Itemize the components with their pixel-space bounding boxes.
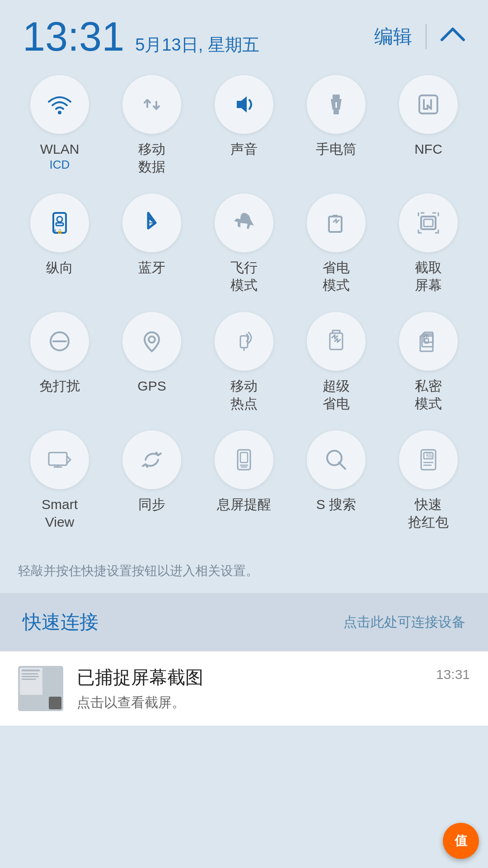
qs-smart-view[interactable]: SmartView [21, 430, 98, 531]
svg-rect-49 [20, 668, 42, 695]
hotspot-icon [230, 328, 258, 355]
sync-icon [138, 446, 165, 473]
quick-connect-title: 快速连接 [23, 609, 99, 635]
svg-marker-1 [237, 96, 247, 113]
red-packet-icon: 福 [415, 446, 442, 473]
qs-gps-label: GPS [137, 377, 166, 395]
edit-button[interactable]: 编辑 [374, 24, 412, 49]
nfc-icon [415, 91, 442, 118]
qs-flashlight[interactable]: 手电筒 [298, 75, 375, 175]
qs-power-save-label: 省电模式 [323, 259, 350, 294]
app-badge: 值 [443, 823, 479, 859]
qs-red-packet-circle: 福 [399, 430, 458, 489]
status-bar: 13:31 5月13日, 星期五 编辑 [0, 0, 488, 66]
svg-rect-3 [333, 110, 339, 114]
qs-s-search-circle [307, 430, 366, 489]
svg-rect-8 [56, 223, 63, 226]
airplane-icon [230, 209, 258, 236]
private-icon [415, 328, 442, 355]
collapse-button[interactable] [440, 25, 465, 48]
gps-icon [138, 328, 165, 355]
qs-bluetooth[interactable]: 蓝牙 [113, 193, 190, 294]
qs-red-packet[interactable]: 福 快速抢红包 [390, 430, 467, 531]
app-badge-text: 值 [455, 832, 467, 849]
qs-dnd[interactable]: 免打扰 [21, 312, 98, 412]
qs-sync-label: 同步 [138, 495, 165, 513]
thumbnail-svg [18, 666, 63, 711]
dnd-icon [46, 328, 73, 355]
svg-rect-2 [333, 94, 340, 99]
svg-rect-52 [22, 676, 39, 677]
divider [426, 24, 427, 49]
qs-nfc[interactable]: NFC [390, 75, 467, 175]
qs-bluetooth-circle [122, 193, 181, 252]
qs-hotspot-label: 移动热点 [230, 377, 258, 412]
qs-airplane[interactable]: 飞行模式 [206, 193, 282, 294]
svg-text:🔒: 🔒 [57, 228, 63, 234]
qs-screenshot-label: 截取屏幕 [415, 259, 442, 294]
qs-bluetooth-label: 蓝牙 [138, 259, 165, 276]
qs-dnd-label: 免打扰 [39, 377, 80, 395]
sound-icon [230, 91, 258, 118]
qs-mobile-data-label: 移动数据 [138, 140, 165, 175]
qs-row-3: 免打扰 GPS 移动热点 [14, 312, 474, 412]
svg-rect-55 [51, 698, 60, 708]
svg-rect-12 [333, 215, 338, 217]
qs-private-label: 私密模式 [415, 377, 442, 412]
qs-flashlight-label: 手电筒 [316, 140, 357, 158]
qs-ultra-save[interactable]: 超级省电 [298, 312, 375, 412]
qs-airplane-label: 飞行模式 [230, 259, 258, 294]
smart-view-icon [46, 446, 73, 473]
qs-s-search-label: S 搜索 [316, 495, 356, 513]
aod-icon [230, 446, 258, 473]
qs-gps-circle [122, 312, 181, 371]
qs-mobile-data-circle [122, 75, 181, 134]
ultra-save-icon [323, 328, 350, 355]
qs-s-search[interactable]: S 搜索 [298, 430, 375, 531]
qs-mobile-data[interactable]: 移动数据 [113, 75, 190, 175]
qs-dnd-circle [30, 312, 89, 371]
qs-ultra-save-label: 超级省电 [323, 377, 350, 412]
screenshot-icon [415, 209, 442, 236]
qs-gps[interactable]: GPS [113, 312, 190, 412]
qs-airplane-circle [215, 193, 273, 252]
qs-red-packet-label: 快速抢红包 [408, 495, 449, 531]
thumbnail-image [18, 666, 63, 711]
qs-aod-label: 息屏提醒 [217, 495, 271, 513]
qs-wlan-circle [30, 75, 89, 134]
qs-sound[interactable]: 声音 [206, 75, 282, 175]
qs-portrait-circle: 🔒 [30, 193, 89, 252]
notification-body: 点击以查看截屏。 [77, 693, 422, 712]
qs-private[interactable]: 私密模式 [390, 312, 467, 412]
qs-private-circle [399, 312, 458, 371]
qs-wlan[interactable]: WLAN ICD [21, 75, 98, 175]
svg-rect-9 [53, 229, 56, 233]
svg-point-7 [57, 217, 62, 222]
qs-smart-view-label: SmartView [42, 495, 78, 531]
quick-connect-section[interactable]: 快速连接 点击此处可连接设备 [0, 593, 488, 651]
qs-aod-circle [215, 430, 273, 489]
qs-aod[interactable]: 息屏提醒 [206, 430, 282, 531]
qs-portrait[interactable]: 🔒 纵向 [21, 193, 98, 294]
qs-hotspot[interactable]: 移动热点 [206, 312, 282, 412]
header-left: 13:31 5月13日, 星期五 [23, 16, 259, 57]
qs-wlan-label: WLAN [40, 140, 80, 158]
svg-rect-14 [424, 219, 433, 226]
chevron-up-icon [440, 25, 465, 43]
qs-power-save[interactable]: 省电模式 [298, 193, 375, 294]
qs-row-4: SmartView 同步 [14, 430, 474, 531]
header-right: 编辑 [374, 24, 465, 49]
svg-rect-28 [330, 333, 343, 349]
qs-ultra-save-circle [307, 312, 366, 371]
qs-sync[interactable]: 同步 [113, 430, 190, 531]
notification-card[interactable]: 已捕捉屏幕截图 点击以查看截屏。 13:31 [0, 651, 488, 726]
power-save-icon [323, 209, 350, 236]
qs-sound-circle [215, 75, 273, 134]
qs-screenshot[interactable]: 截取屏幕 [390, 193, 467, 294]
svg-rect-50 [22, 670, 40, 671]
svg-rect-54 [49, 697, 61, 709]
qs-row-2: 🔒 纵向 蓝牙 飞行模式 [14, 193, 474, 294]
notification-content: 已捕捉屏幕截图 点击以查看截屏。 [77, 665, 422, 712]
svg-rect-38 [240, 453, 248, 462]
qs-row-1: WLAN ICD 移动数据 声音 [14, 75, 474, 175]
